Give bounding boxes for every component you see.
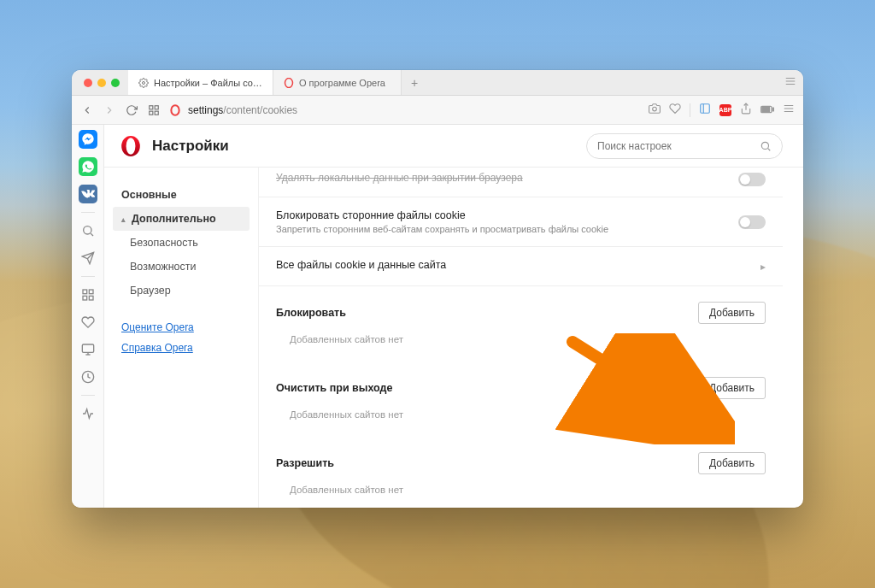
nav-security[interactable]: Безопасность: [113, 231, 250, 255]
allow-empty: Добавленных сайтов нет: [259, 481, 783, 508]
opera-logo-icon: [120, 135, 142, 157]
toggle-delete-local[interactable]: [738, 173, 766, 186]
toolbar-right: ABP: [649, 103, 795, 117]
nav-features[interactable]: Возможности: [113, 255, 250, 279]
svg-point-34: [761, 142, 768, 149]
history-icon[interactable]: [79, 368, 97, 386]
flow-icon[interactable]: [79, 249, 97, 268]
svg-rect-8: [155, 111, 158, 115]
row-block-third-party[interactable]: Блокировать сторонние файлы cookie Запре…: [259, 197, 783, 247]
back-button[interactable]: [80, 103, 94, 117]
minimize-window-button[interactable]: [97, 79, 106, 87]
svg-rect-26: [83, 296, 87, 300]
tab-label: Настройки – Файлы cookie: [154, 78, 262, 88]
whatsapp-icon[interactable]: [79, 157, 97, 176]
row-all-cookies[interactable]: Все файлы cookie и данные сайта ▸: [259, 247, 783, 286]
bookmarks-icon[interactable]: [79, 313, 97, 332]
svg-rect-16: [762, 107, 770, 111]
add-block-button[interactable]: Добавить: [698, 302, 766, 324]
zoom-window-button[interactable]: [111, 79, 120, 87]
svg-point-20: [83, 226, 91, 234]
nav-basic[interactable]: Основные: [113, 183, 250, 207]
settings-main: Удалять локальные данные при закрытии бр…: [258, 168, 803, 508]
nav-advanced[interactable]: ▴Дополнительно: [113, 207, 250, 231]
settings-search[interactable]: [586, 133, 783, 159]
svg-line-35: [768, 148, 771, 150]
new-tab-button[interactable]: +: [402, 70, 427, 95]
svg-point-0: [143, 81, 145, 84]
page-title: Настройки: [152, 138, 229, 155]
settings-nav: Основные ▴Дополнительно Безопасность Воз…: [104, 168, 258, 508]
tab-strip: Настройки – Файлы cookie О программе Ope…: [72, 70, 803, 96]
close-window-button[interactable]: [84, 79, 92, 87]
section-allow: Разрешить Добавить: [259, 437, 783, 481]
link-help-opera[interactable]: Справка Opera: [121, 342, 250, 354]
svg-rect-11: [701, 104, 710, 114]
clear-exit-empty: Добавленных сайтов нет: [259, 406, 783, 437]
section-block: Блокировать Добавить: [259, 286, 783, 331]
svg-rect-25: [89, 290, 93, 294]
svg-rect-28: [82, 344, 93, 352]
menu-icon[interactable]: [783, 103, 795, 117]
settings-search-input[interactable]: [597, 140, 753, 152]
sidebar-icon[interactable]: [699, 103, 711, 117]
add-allow-button[interactable]: Добавить: [698, 452, 766, 474]
vk-icon[interactable]: [79, 185, 97, 203]
reload-button[interactable]: [125, 103, 138, 117]
tab-label: О программе Opera: [299, 78, 391, 88]
svg-rect-6: [155, 105, 158, 109]
link-rate-opera[interactable]: Оцените Opera: [121, 321, 250, 333]
messenger-icon[interactable]: [79, 130, 97, 149]
search-icon[interactable]: [79, 221, 97, 240]
nav-browser[interactable]: Браузер: [113, 279, 250, 303]
block-empty: Добавленных сайтов нет: [259, 331, 783, 362]
svg-rect-27: [89, 296, 93, 300]
svg-rect-15: [772, 108, 773, 111]
svg-point-1: [285, 78, 293, 87]
tab-about-opera[interactable]: О программе Opera: [273, 70, 402, 95]
share-icon[interactable]: [740, 103, 752, 117]
gear-icon: [138, 78, 149, 88]
opera-o-icon: [169, 104, 181, 116]
svg-rect-5: [150, 105, 153, 109]
snapshot-icon[interactable]: [649, 103, 661, 117]
speed-dial-icon[interactable]: [147, 103, 161, 117]
add-clear-exit-button[interactable]: Добавить: [698, 377, 766, 399]
svg-rect-24: [83, 290, 87, 294]
abp-icon[interactable]: ABP: [719, 104, 731, 116]
svg-point-10: [653, 107, 657, 111]
svg-point-33: [126, 138, 136, 155]
window-controls: [77, 70, 128, 95]
speed-dial-icon[interactable]: [79, 285, 97, 304]
url-path: /content/cookies: [223, 104, 297, 116]
svg-rect-7: [150, 111, 153, 115]
heart-icon[interactable]: [669, 103, 681, 117]
svg-line-21: [91, 233, 93, 236]
toggle-block-third-party[interactable]: [738, 215, 766, 229]
left-sidebar: [72, 125, 104, 508]
battery-icon[interactable]: [760, 104, 774, 116]
settings-header: Настройки: [104, 125, 803, 168]
easy-setup-icon[interactable]: [784, 75, 796, 90]
browser-window: Настройки – Файлы cookie О программе Ope…: [72, 70, 803, 508]
address-bar: settings/content/cookies ABP: [72, 96, 803, 125]
url-host: settings: [188, 104, 223, 116]
settings-page: Настройки Основные ▴Дополнительно Безопа…: [104, 125, 803, 508]
personal-news-icon[interactable]: [79, 340, 97, 359]
url-field[interactable]: settings/content/cookies: [169, 104, 640, 116]
opera-o-icon: [284, 78, 294, 88]
chevron-right-icon: ▸: [760, 261, 766, 273]
search-icon: [760, 140, 772, 152]
svg-point-9: [171, 105, 179, 115]
settings-icon[interactable]: [79, 404, 97, 423]
section-clear-exit: Очистить при выходе Добавить: [259, 362, 783, 406]
row-delete-local-on-close[interactable]: Удалять локальные данные при закрытии бр…: [259, 168, 783, 197]
tab-settings-cookies[interactable]: Настройки – Файлы cookie: [128, 70, 273, 95]
forward-button[interactable]: [103, 103, 116, 117]
